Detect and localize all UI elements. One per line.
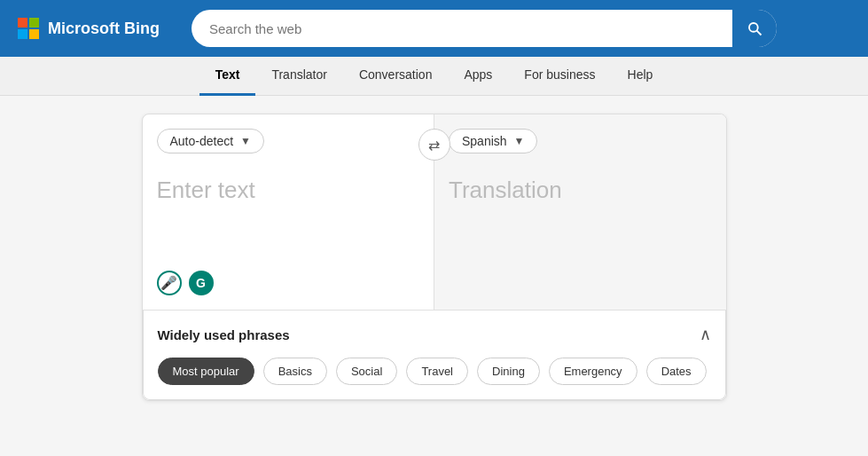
search-input[interactable] [192, 10, 777, 47]
target-lang-chevron-icon: ▼ [514, 135, 525, 147]
target-text-placeholder: Translation [449, 168, 712, 295]
source-text-placeholder[interactable]: Enter text [157, 168, 420, 263]
source-lang-select[interactable]: Auto-detect ▼ [157, 129, 265, 153]
nav-item-translator[interactable]: Translator [255, 57, 343, 96]
search-button[interactable] [732, 10, 777, 47]
svg-line-1 [757, 31, 762, 35]
nav-item-conversation[interactable]: Conversation [343, 57, 449, 96]
source-lang-wrapper: Auto-detect ▼ [157, 129, 420, 153]
search-bar [192, 10, 777, 47]
chip-dates[interactable]: Dates [646, 358, 707, 385]
collapse-phrases-button[interactable]: ∧ [700, 325, 711, 344]
mic-icon[interactable]: 🎤 [157, 271, 182, 295]
target-panel: Spanish ▼ Translation [434, 114, 726, 310]
chip-basics[interactable]: Basics [263, 358, 327, 385]
source-lang-label: Auto-detect [170, 134, 234, 148]
logo[interactable]: Microsoft Bing [18, 18, 160, 39]
swap-languages-button[interactable]: ⇄ [418, 129, 450, 161]
source-panel: Auto-detect ▼ Enter text 🎤 G [143, 114, 434, 310]
phrases-chips: Most popular Basics Social Travel Dining… [158, 357, 711, 385]
logo-text: Microsoft Bing [48, 20, 160, 38]
source-lang-chevron-icon: ▼ [240, 135, 251, 147]
nav-item-help[interactable]: Help [612, 57, 669, 96]
chip-most-popular[interactable]: Most popular [158, 358, 254, 385]
source-panel-tools: 🎤 G [157, 271, 420, 295]
chip-dining[interactable]: Dining [477, 358, 540, 385]
translator-box: Auto-detect ▼ Enter text 🎤 G ⇄ Spanis [142, 114, 727, 401]
target-lang-wrapper: Spanish ▼ [449, 129, 712, 153]
target-lang-label: Spanish [462, 134, 507, 148]
ms-logo-icon [18, 18, 39, 39]
grammarly-icon[interactable]: G [189, 271, 214, 295]
phrases-header: Widely used phrases ∧ [158, 325, 711, 344]
svg-point-0 [749, 23, 758, 32]
chip-social[interactable]: Social [336, 358, 397, 385]
navbar: Text Translator Conversation Apps For bu… [0, 57, 868, 96]
swap-icon: ⇄ [428, 137, 440, 153]
phrases-title: Widely used phrases [158, 327, 290, 342]
target-lang-select[interactable]: Spanish ▼ [449, 129, 537, 153]
nav-item-for-business[interactable]: For business [508, 57, 611, 96]
chip-emergency[interactable]: Emergency [549, 358, 637, 385]
nav-item-text[interactable]: Text [199, 57, 256, 96]
header: Microsoft Bing [0, 0, 868, 57]
nav-item-apps[interactable]: Apps [448, 57, 508, 96]
main-content: Auto-detect ▼ Enter text 🎤 G ⇄ Spanis [124, 96, 745, 419]
search-icon [747, 20, 762, 36]
phrases-section: Widely used phrases ∧ Most popular Basic… [143, 311, 726, 400]
translator-panels: Auto-detect ▼ Enter text 🎤 G ⇄ Spanis [143, 114, 726, 310]
chip-travel[interactable]: Travel [406, 358, 468, 385]
